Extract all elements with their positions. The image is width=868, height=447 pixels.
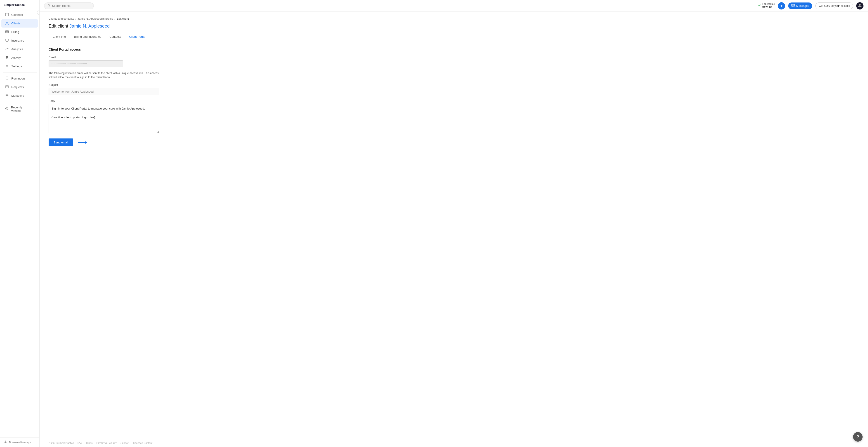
subject-label: Subject bbox=[49, 83, 859, 87]
svg-rect-0 bbox=[5, 13, 8, 16]
sidebar-item-analytics[interactable]: Analytics bbox=[1, 45, 38, 53]
recently-viewed-icon bbox=[5, 107, 9, 111]
section-title: Client Portal access bbox=[49, 47, 859, 51]
clients-icon bbox=[5, 21, 9, 26]
client-portal-section: Client Portal access Email The following… bbox=[49, 47, 859, 146]
page-title: Edit client Jamie N. Appleseed bbox=[49, 24, 859, 29]
email-label: Email bbox=[49, 56, 859, 59]
breadcrumb: Clients and contacts / Jamie N. Applesee… bbox=[49, 17, 859, 20]
sidebar-item-activity[interactable]: Activity bbox=[1, 54, 38, 62]
client-name: Jamie N. Appleseed bbox=[69, 24, 110, 29]
marketing-icon bbox=[5, 94, 9, 98]
svg-rect-5 bbox=[6, 58, 7, 59]
body-textarea[interactable]: Sign in to your Client Portal to manage … bbox=[49, 104, 159, 133]
sidebar-item-requests[interactable]: Requests bbox=[1, 83, 38, 91]
footer-licensed-link[interactable]: Licensed Content bbox=[133, 442, 153, 444]
search-icon bbox=[48, 4, 51, 8]
sidebar-item-marketing[interactable]: Marketing bbox=[1, 92, 38, 100]
income-value: $120.00 bbox=[763, 6, 775, 9]
topbar: Feb income $120.00 + Messages Get $150 o… bbox=[39, 0, 868, 12]
sidebar-item-reminders-label: Reminders bbox=[11, 77, 26, 80]
sidebar-item-reminders[interactable]: Reminders bbox=[1, 74, 38, 83]
footer-support-link[interactable]: Support bbox=[121, 442, 129, 444]
billing-icon bbox=[5, 30, 9, 34]
svg-rect-9 bbox=[4, 443, 7, 443]
svg-point-1 bbox=[6, 22, 8, 23]
sidebar-item-settings-label: Settings bbox=[11, 65, 22, 68]
sidebar-item-activity-label: Activity bbox=[11, 56, 21, 59]
chevron-right-icon: › bbox=[33, 108, 34, 110]
sidebar-item-requests-label: Requests bbox=[11, 85, 24, 89]
invitation-note: The following invitation email will be s… bbox=[49, 71, 159, 79]
app-logo: SimplePractice bbox=[0, 0, 39, 9]
sidebar-item-calendar-label: Calendar bbox=[11, 13, 23, 16]
nav-divider-2 bbox=[3, 102, 37, 102]
avatar[interactable] bbox=[856, 2, 864, 9]
messages-button[interactable]: Messages bbox=[788, 2, 812, 9]
feb-income-widget: Feb income $120.00 bbox=[758, 2, 775, 9]
sidebar-item-billing-label: Billing bbox=[11, 30, 19, 34]
sidebar-item-clients[interactable]: Clients bbox=[1, 19, 38, 28]
svg-point-6 bbox=[6, 65, 8, 66]
send-email-button[interactable]: Send email bbox=[49, 138, 73, 146]
search-input[interactable] bbox=[52, 4, 90, 7]
svg-rect-3 bbox=[6, 56, 8, 57]
sidebar-nav: Calendar Clients Billing Insurance Analy… bbox=[0, 9, 39, 437]
messages-label: Messages bbox=[796, 4, 809, 7]
activity-icon bbox=[5, 56, 9, 60]
promo-button[interactable]: Get $150 off your next bill bbox=[815, 2, 853, 9]
download-app-label: Download free app bbox=[9, 441, 31, 444]
reminders-icon bbox=[5, 76, 9, 81]
download-app-link[interactable]: Download free app bbox=[0, 437, 39, 447]
requests-icon bbox=[5, 85, 9, 89]
tabs: Client Info Billing and Insurance Contac… bbox=[49, 33, 859, 41]
arrow-indicator bbox=[77, 140, 88, 145]
add-button[interactable]: + bbox=[778, 2, 785, 9]
sidebar-item-recently-viewed-label: Recently Viewed bbox=[11, 106, 31, 112]
subject-input[interactable] bbox=[49, 88, 159, 95]
send-email-row: Send email bbox=[49, 138, 859, 146]
sidebar-item-analytics-label: Analytics bbox=[11, 47, 23, 51]
search-box[interactable] bbox=[44, 2, 94, 9]
help-button[interactable]: ? bbox=[853, 432, 863, 442]
email-input[interactable] bbox=[49, 60, 123, 67]
breadcrumb-clients-link[interactable]: Clients and contacts bbox=[49, 17, 74, 20]
income-trend-icon bbox=[758, 4, 761, 8]
sidebar-item-recently-viewed[interactable]: Recently Viewed › bbox=[1, 104, 38, 114]
insurance-icon bbox=[5, 38, 9, 43]
breadcrumb-profile-link[interactable]: Jamie N. Appleseed's profile bbox=[78, 17, 113, 20]
subject-field-group: Subject bbox=[49, 83, 859, 95]
sidebar: SimplePractice « Calendar Clients Billin… bbox=[0, 0, 39, 447]
sidebar-item-marketing-label: Marketing bbox=[11, 94, 24, 97]
email-field-group: Email bbox=[49, 56, 859, 67]
logo-text: SimplePractice bbox=[4, 3, 25, 7]
tab-contacts[interactable]: Contacts bbox=[105, 33, 125, 41]
breadcrumb-sep-1: / bbox=[75, 17, 76, 20]
settings-icon bbox=[5, 64, 9, 68]
sidebar-item-clients-label: Clients bbox=[11, 22, 20, 25]
footer-terms-link[interactable]: Terms bbox=[86, 442, 92, 444]
footer-privacy-link[interactable]: Privacy & Security bbox=[96, 442, 117, 444]
analytics-icon bbox=[5, 47, 9, 51]
page-footer: © 2024 SimplePractice · BAA · Terms · Pr… bbox=[39, 439, 868, 447]
topbar-right: Feb income $120.00 + Messages Get $150 o… bbox=[758, 2, 864, 9]
sidebar-item-settings[interactable]: Settings bbox=[1, 62, 38, 70]
sidebar-item-insurance[interactable]: Insurance bbox=[1, 36, 38, 45]
sidebar-item-insurance-label: Insurance bbox=[11, 39, 24, 42]
tab-billing-insurance[interactable]: Billing and Insurance bbox=[70, 33, 105, 41]
footer-baa-link[interactable]: BAA bbox=[77, 442, 82, 444]
breadcrumb-sep-2: / bbox=[114, 17, 115, 20]
sidebar-item-calendar[interactable]: Calendar bbox=[1, 11, 38, 19]
copyright: © 2024 SimplePractice bbox=[49, 442, 74, 444]
sidebar-item-billing[interactable]: Billing bbox=[1, 28, 38, 36]
breadcrumb-current: Edit client bbox=[117, 17, 129, 20]
body-field-group: Body Sign in to your Client Portal to ma… bbox=[49, 99, 859, 134]
tab-client-info[interactable]: Client Info bbox=[49, 33, 70, 41]
help-icon: ? bbox=[857, 435, 859, 439]
tab-client-portal[interactable]: Client Portal bbox=[125, 33, 149, 41]
income-label: Feb income bbox=[763, 2, 775, 6]
calendar-icon bbox=[5, 13, 9, 17]
svg-rect-2 bbox=[5, 31, 8, 33]
svg-point-11 bbox=[859, 4, 861, 6]
arrow-icon bbox=[77, 140, 88, 145]
